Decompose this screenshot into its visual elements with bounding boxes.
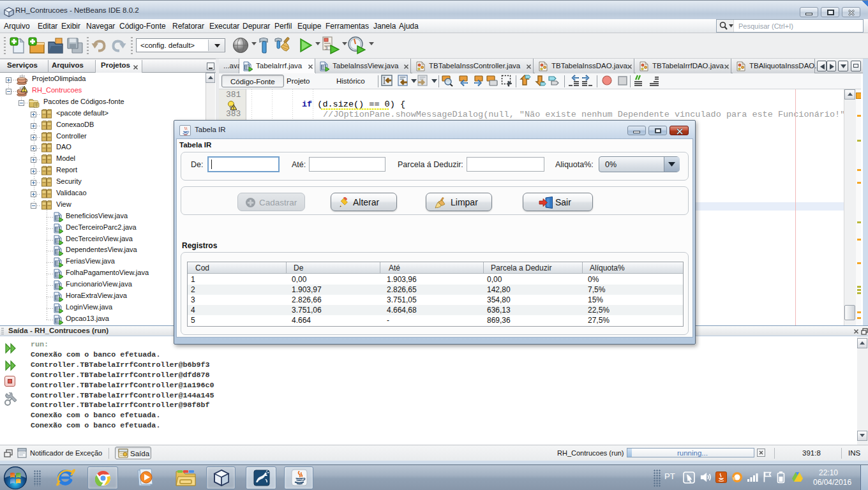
svg-text:3: 3 xyxy=(325,45,328,51)
